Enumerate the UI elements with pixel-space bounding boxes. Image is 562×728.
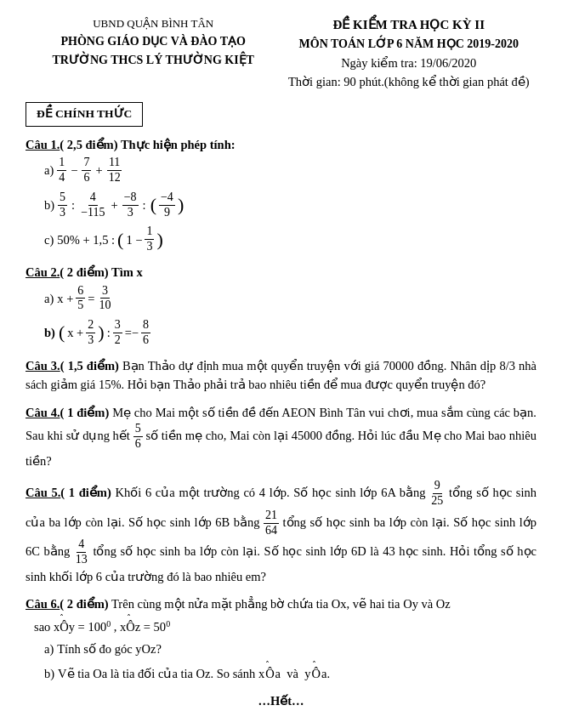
q4-text: Câu 4.( 1 điểm) Mẹ cho Mai một số tiền đ… [26,403,536,471]
question-2: Câu 2.( 2 điểm) Tìm x a) x + 65 = 310 b)… [26,263,536,348]
header-dept: PHÒNG GIÁO DỤC VÀ ĐÀO TẠO [26,32,281,51]
q2-title: Câu 2.( 2 điểm) Tìm x [26,263,536,282]
q1-c: c) 50% + 1,5 : ( 1 − 13 ) [44,225,536,254]
q2-b: b) ( x + 23 ) : 32 =− 86 [44,318,536,348]
header-unit: UBND QUẬN BÌNH TÂN [26,15,281,32]
q1-title: Câu 1.( 2,5 điểm) Thực hiện phép tính: [26,135,536,154]
header-school: TRƯỜNG THCS LÝ THƯỜNG KIỆT [26,51,281,70]
exam-date: Ngày kiểm tra: 19/06/2020 [281,54,537,72]
header-left: UBND QUẬN BÌNH TÂN PHÒNG GIÁO DỤC VÀ ĐÀO… [26,15,281,92]
q2-a: a) x + 65 = 310 [44,284,536,314]
header: UBND QUẬN BÌNH TÂN PHÒNG GIÁO DỤC VÀ ĐÀO… [26,15,536,92]
q3-text: Câu 3.( 1,5 điểm) Bạn Thảo dự định mua m… [26,356,536,395]
official-box: ĐỀ CHÍNH THỨC [26,99,536,135]
subject-line: MÔN TOÁN LỚP 6 NĂM HỌC 2019-2020 [281,35,537,54]
question-4: Câu 4.( 1 điểm) Mẹ cho Mai một số tiền đ… [26,403,536,471]
q6-a: a) Tính số đo góc yOz? [44,640,536,658]
q5-text: Câu 5.( 1 điểm) Khối 6 của một trường có… [26,479,536,586]
question-1: Câu 1.( 2,5 điểm) Thực hiện phép tính: a… [26,135,536,254]
question-5: Câu 5.( 1 điểm) Khối 6 của một trường có… [26,479,536,586]
q1-b: b) 53 : 4−115 + −83 : ( −49 ) [44,191,536,220]
q6-text: Câu 6.( 2 điểm) Trên cùng một nửa mặt ph… [26,594,536,613]
exam-duration: Thời gian: 90 phút.(không kể thời gian p… [281,72,537,91]
q6-b: b) Vẽ tia Oa là tia đối của tia Oz. So s… [44,664,536,683]
header-right: ĐỀ KIỂM TRA HỌC KỲ II MÔN TOÁN LỚP 6 NĂM… [281,15,537,92]
question-3: Câu 3.( 1,5 điểm) Bạn Thảo dự định mua m… [26,356,536,395]
q1-a: a) 14 − 76 + 1112 [44,156,536,185]
exam-title: ĐỀ KIỂM TRA HỌC KỲ II [281,15,537,35]
question-6: Câu 6.( 2 điểm) Trên cùng một nửa mặt ph… [26,594,536,683]
q6-angle: sao xÔ̂y = 1000 , xÔ̂z = 500 [34,617,536,636]
end-text: …Hết… [26,691,536,710]
